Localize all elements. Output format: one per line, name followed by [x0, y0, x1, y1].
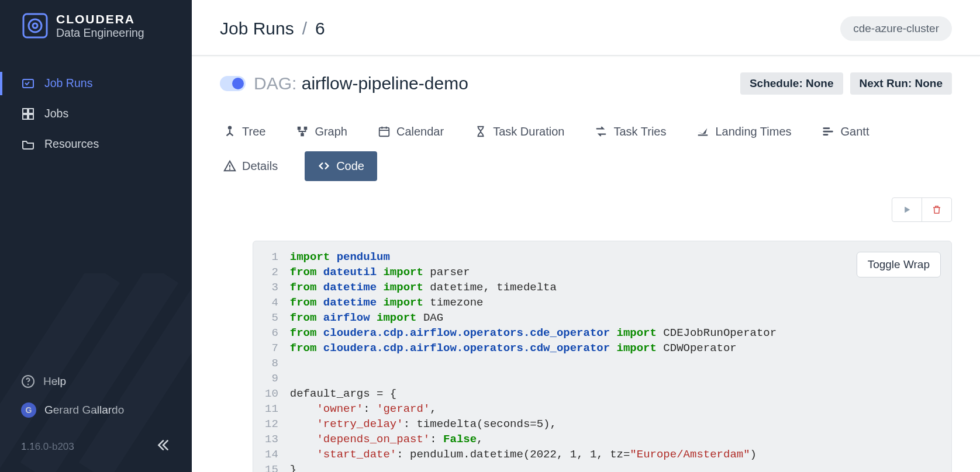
- dag-header: DAG: airflow-pipeline-demo Schedule: Non…: [220, 72, 952, 95]
- code-line: 1import pendulum: [261, 249, 778, 265]
- code-line: 13 'depends_on_past': False,: [261, 432, 778, 447]
- line-number: 6: [261, 325, 289, 341]
- line-number: 1: [261, 249, 289, 265]
- code-content[interactable]: default_args = {: [289, 386, 778, 401]
- tab-graph[interactable]: Graph: [292, 120, 351, 143]
- tab-label: Details: [242, 159, 278, 173]
- tab-calendar[interactable]: Calendar: [374, 120, 447, 143]
- help-icon: [21, 374, 35, 388]
- code-content[interactable]: from cloudera.cdp.airflow.operators.cde_…: [289, 325, 778, 341]
- code-line: 3from datetime import datetime, timedelt…: [261, 280, 778, 295]
- line-number: 15: [261, 462, 289, 472]
- line-number: 7: [261, 341, 289, 356]
- sidebar: CLOUDERA Data Engineering Job Runs Jobs …: [0, 0, 192, 472]
- sidebar-item-jobs[interactable]: Jobs: [0, 99, 192, 129]
- version-label: 1.16.0-b203: [21, 441, 74, 453]
- help-label: Help: [43, 375, 66, 388]
- line-number: 13: [261, 432, 289, 447]
- code-content[interactable]: import pendulum: [289, 249, 778, 265]
- collapse-sidebar-button[interactable]: [156, 438, 171, 456]
- tab-task-duration[interactable]: Task Duration: [471, 120, 568, 143]
- svg-point-9: [27, 384, 29, 385]
- line-number: 11: [261, 401, 289, 417]
- tab-details[interactable]: Details: [220, 155, 281, 178]
- svg-point-10: [228, 126, 232, 130]
- line-number: 9: [261, 371, 289, 386]
- svg-rect-0: [23, 14, 47, 37]
- delete-dag-button[interactable]: [922, 198, 951, 221]
- sidebar-item-job-runs[interactable]: Job Runs: [0, 68, 192, 99]
- dag-enabled-toggle[interactable]: [220, 76, 246, 91]
- avatar: G: [21, 402, 36, 418]
- sidebar-item-resources[interactable]: Resources: [0, 129, 192, 159]
- schedule-badge: Schedule: None: [740, 72, 843, 95]
- trigger-dag-button[interactable]: [892, 198, 922, 221]
- svg-rect-6: [23, 114, 27, 119]
- code-line: 6from cloudera.cdp.airflow.operators.cde…: [261, 325, 778, 341]
- breadcrumb-current: 6: [315, 19, 325, 39]
- line-number: 2: [261, 265, 289, 280]
- tab-task-tries[interactable]: Task Tries: [591, 120, 670, 143]
- code-content[interactable]: 'retry_delay': timedelta(seconds=5),: [289, 417, 778, 432]
- toggle-wrap-button[interactable]: Toggle Wrap: [857, 252, 941, 277]
- tab-label: Tree: [242, 125, 265, 138]
- play-icon: [902, 204, 912, 215]
- tab-landing-times[interactable]: Landing Times: [693, 120, 795, 143]
- hourglass-icon: [474, 125, 487, 138]
- cluster-pill[interactable]: cde-azure-cluster: [840, 16, 952, 41]
- code-table: 1import pendulum2from dateutil import pa…: [261, 249, 778, 472]
- code-line: 7from cloudera.cdp.airflow.operators.cdw…: [261, 341, 778, 356]
- user-name: Gerard Gallardo: [44, 404, 124, 417]
- sidebar-item-label: Jobs: [44, 107, 68, 120]
- svg-point-15: [229, 169, 230, 170]
- tab-tree[interactable]: Tree: [220, 120, 269, 143]
- details-icon: [223, 159, 236, 172]
- brand-subtitle: Data Engineering: [56, 27, 144, 39]
- code-content[interactable]: from datetime import timezone: [289, 295, 778, 310]
- calendar-icon: [378, 125, 391, 138]
- line-number: 5: [261, 310, 289, 325]
- brand: CLOUDERA Data Engineering: [0, 0, 192, 47]
- code-content[interactable]: [289, 371, 778, 386]
- svg-rect-12: [304, 127, 308, 130]
- gantt-icon: [822, 125, 835, 138]
- code-content[interactable]: from cloudera.cdp.airflow.operators.cdw_…: [289, 341, 778, 356]
- code-content[interactable]: 'owner': 'gerard',: [289, 401, 778, 417]
- code-content[interactable]: 'depends_on_past': False,: [289, 432, 778, 447]
- line-number: 10: [261, 386, 289, 401]
- code-content[interactable]: }: [289, 462, 778, 472]
- tab-code[interactable]: Code: [305, 151, 377, 181]
- help-link[interactable]: Help: [0, 367, 192, 395]
- breadcrumb-root[interactable]: Job Runs: [220, 19, 294, 39]
- code-content[interactable]: [289, 356, 778, 371]
- tries-icon: [595, 125, 608, 138]
- dag-name: airflow-pipeline-demo: [302, 74, 468, 93]
- dag-tabs: Tree Graph Calendar Task Duration Task T…: [220, 120, 952, 181]
- breadcrumb: Job Runs / 6: [220, 19, 325, 39]
- line-number: 14: [261, 447, 289, 462]
- dag-action-box: [892, 197, 952, 222]
- code-block: Toggle Wrap 1import pendulum2from dateut…: [253, 241, 952, 472]
- landing-icon: [696, 125, 709, 138]
- code-line: 2from dateutil import parser: [261, 265, 778, 280]
- tab-label: Gantt: [841, 125, 869, 138]
- code-line: 9: [261, 371, 778, 386]
- code-line: 4from datetime import timezone: [261, 295, 778, 310]
- user-menu[interactable]: G Gerard Gallardo: [0, 395, 192, 425]
- code-content[interactable]: from dateutil import parser: [289, 265, 778, 280]
- graph-icon: [296, 125, 309, 138]
- tab-gantt[interactable]: Gantt: [819, 120, 873, 143]
- code-content[interactable]: from datetime import datetime, timedelta: [289, 280, 778, 295]
- svg-rect-4: [23, 109, 27, 113]
- resources-icon: [21, 137, 35, 151]
- code-content[interactable]: 'start_date': pendulum.datetime(2022, 1,…: [289, 447, 778, 462]
- code-content[interactable]: from airflow import DAG: [289, 310, 778, 325]
- tree-icon: [223, 125, 236, 138]
- line-number: 4: [261, 295, 289, 310]
- code-line: 12 'retry_delay': timedelta(seconds=5),: [261, 417, 778, 432]
- tab-label: Landing Times: [715, 125, 791, 138]
- trash-icon: [931, 204, 942, 216]
- next-run-badge: Next Run: None: [850, 72, 953, 95]
- code-line: 8: [261, 356, 778, 371]
- main: Job Runs / 6 cde-azure-cluster DAG: airf…: [192, 0, 980, 472]
